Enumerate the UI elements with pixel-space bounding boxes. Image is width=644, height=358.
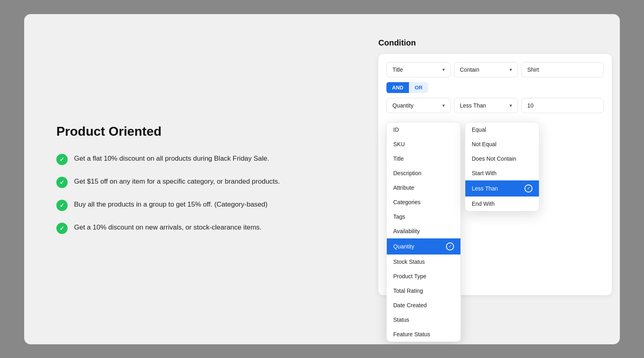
condition-label: Condition bbox=[378, 38, 416, 48]
check-icon bbox=[56, 177, 68, 188]
check-icon bbox=[56, 223, 68, 234]
title-field-select[interactable]: Title ▾ bbox=[386, 62, 451, 77]
lessthan-operator-select[interactable]: Less Than ▾ bbox=[454, 98, 518, 113]
condition-row-1: Title ▾ Contain ▾ bbox=[386, 62, 604, 77]
title-field-label: Title bbox=[392, 66, 403, 73]
feature-item: Get $15 off on any item for a specific c… bbox=[56, 176, 290, 188]
quantity-field-chevron-icon: ▾ bbox=[442, 103, 445, 108]
dropdowns-wrapper: ID SKU Title Description Attribute Categ… bbox=[386, 118, 620, 287]
feature-text: Buy all the products in a group to get 1… bbox=[74, 199, 268, 210]
and-or-toggle: AND OR bbox=[386, 82, 604, 93]
dropdown-item-date-created[interactable]: Date Created bbox=[387, 298, 460, 312]
field-dropdown: ID SKU Title Description Attribute Categ… bbox=[386, 122, 461, 342]
dropdown-item-description[interactable]: Description bbox=[387, 166, 460, 180]
dropdown-item-title[interactable]: Title bbox=[387, 151, 460, 166]
operator-item-not-equal[interactable]: Not Equal bbox=[465, 137, 539, 151]
check-icon bbox=[56, 200, 68, 211]
contain-operator-label: Contain bbox=[460, 66, 479, 73]
dropdown-item-sku[interactable]: SKU bbox=[387, 137, 460, 151]
right-panel: Condition Title ▾ Contain ▾ AND OR bbox=[370, 14, 620, 344]
operator-item-equal[interactable]: Equal bbox=[465, 122, 539, 137]
title-value-input[interactable] bbox=[521, 62, 604, 77]
dropdown-item-feature-status[interactable]: Feature Status bbox=[387, 327, 460, 341]
quantity-field-label: Quantity bbox=[392, 102, 413, 109]
dropdown-item-id[interactable]: ID bbox=[387, 122, 460, 137]
operator-item-end-with[interactable]: End With bbox=[465, 197, 539, 211]
dropdown-item-categories[interactable]: Categories bbox=[387, 195, 460, 209]
operator-dropdown: Equal Not Equal Does Not Contain Start W… bbox=[465, 122, 539, 211]
quantity-field-select[interactable]: Quantity ▾ bbox=[386, 98, 451, 113]
check-icon bbox=[56, 154, 68, 165]
dropdown-item-stock-status[interactable]: Stock Status bbox=[387, 255, 460, 269]
contain-operator-select[interactable]: Contain ▾ bbox=[454, 62, 518, 77]
contain-operator-chevron-icon: ▾ bbox=[510, 67, 512, 72]
quantity-check-icon: ✓ bbox=[446, 242, 454, 250]
left-panel: Product Oriented Get a flat 10% discount… bbox=[24, 14, 370, 344]
feature-item: Get a 10% discount on new arrivals, or s… bbox=[56, 222, 290, 234]
dropdown-item-quantity[interactable]: Quantity ✓ bbox=[387, 238, 460, 255]
feature-item: Get a flat 10% discount on all products … bbox=[56, 153, 290, 165]
or-button[interactable]: OR bbox=[409, 82, 428, 93]
feature-text: Get $15 off on any item for a specific c… bbox=[74, 176, 280, 187]
operator-item-start-with[interactable]: Start With bbox=[465, 166, 539, 180]
main-window: Product Oriented Get a flat 10% discount… bbox=[24, 14, 620, 344]
less-than-check-icon: ✓ bbox=[524, 184, 533, 192]
quantity-value-input[interactable] bbox=[521, 98, 604, 113]
operator-item-less-than[interactable]: Less Than ✓ bbox=[465, 180, 539, 197]
title-field-chevron-icon: ▾ bbox=[442, 67, 445, 72]
dropdown-item-availability[interactable]: Availability bbox=[387, 224, 460, 238]
operator-item-does-not-contain[interactable]: Does Not Contain bbox=[465, 151, 539, 166]
condition-row-2: Quantity ▾ Less Than ▾ bbox=[386, 98, 604, 113]
and-button[interactable]: AND bbox=[386, 82, 409, 93]
lessthan-operator-label: Less Than bbox=[460, 102, 486, 109]
feature-text: Get a 10% discount on new arrivals, or s… bbox=[74, 222, 262, 233]
page-title: Product Oriented bbox=[56, 124, 346, 139]
dropdown-item-status[interactable]: Status bbox=[387, 312, 460, 327]
lessthan-operator-chevron-icon: ▾ bbox=[510, 103, 512, 108]
dropdown-item-product-type[interactable]: Product Type bbox=[387, 269, 460, 284]
condition-box: Title ▾ Contain ▾ AND OR Quantity ▾ bbox=[378, 54, 612, 295]
feature-list: Get a flat 10% discount on all products … bbox=[56, 153, 346, 234]
dropdown-item-tags[interactable]: Tags bbox=[387, 209, 460, 224]
feature-item: Buy all the products in a group to get 1… bbox=[56, 199, 290, 211]
feature-text: Get a flat 10% discount on all products … bbox=[74, 153, 269, 164]
dropdown-item-total-rating[interactable]: Total Rating bbox=[387, 284, 460, 298]
dropdown-item-attribute[interactable]: Attribute bbox=[387, 180, 460, 195]
